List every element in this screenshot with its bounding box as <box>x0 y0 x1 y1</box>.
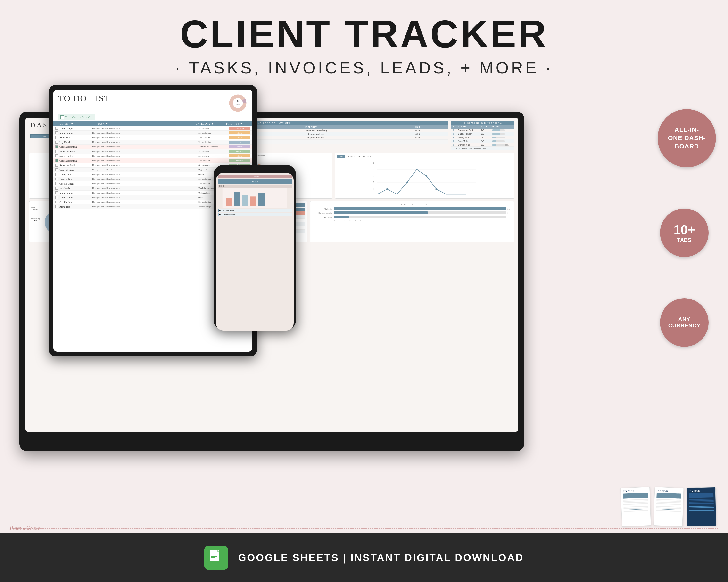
svg-rect-51 <box>250 196 257 206</box>
todo-checkbox[interactable] <box>55 205 58 208</box>
svg-point-26 <box>416 169 418 170</box>
todo-title: TO DO LIST <box>58 93 110 104</box>
col-priority-header[interactable]: PRIORITY ▼ <box>226 122 251 125</box>
col-client-header[interactable]: CLIENT ▼ <box>60 122 96 125</box>
service-bar-row: Organization 1 <box>312 216 512 219</box>
todo-checkbox[interactable] <box>55 196 58 199</box>
todo-checkbox[interactable] <box>55 132 58 134</box>
invoice-3: INVOICE <box>686 487 717 526</box>
todo-client: Marie Campbell <box>59 132 91 134</box>
service-bar-row: Marketing 11 <box>312 207 512 210</box>
phone-container: MONTH YEAR DONE ▶ 6/27 Joseph Harley ▶ 6… <box>213 165 296 330</box>
invoice-2: INVOICE <box>653 487 684 527</box>
list-item: Marie Campbell Here you can add the task… <box>53 126 252 131</box>
color-toggle-row[interactable]: Turn Colors On / Off <box>58 114 95 120</box>
svg-text:5: 5 <box>373 161 374 164</box>
todo-client: Derrick King <box>59 178 91 181</box>
svg-point-28 <box>435 188 437 190</box>
list-item: Joseph Harley Here you can add the task … <box>53 154 252 158</box>
onboarding-footer: TOTAL CLIENTS ONBOARDING: 7/19 <box>451 147 515 150</box>
todo-client: Samantha Smith <box>59 164 91 167</box>
todo-checkbox[interactable] <box>55 187 58 190</box>
todo-category: Pin creation <box>198 150 227 153</box>
todo-table-header: CLIENT ▼ TASK ▼ CATEGORY ▼ PRIORITY ▼ <box>53 121 252 126</box>
todo-task: Here you can add the task name <box>92 159 197 162</box>
todo-checkbox[interactable] <box>55 145 58 148</box>
todo-client: Alexa Tran <box>59 205 91 208</box>
todo-task: Here you can add the task name <box>92 141 197 143</box>
onboarding-section: ONBOARDING CLIENTS PROGR... # CLIENT DON… <box>451 121 515 150</box>
todo-checkbox[interactable] <box>55 136 58 139</box>
status-done-label: Done <box>31 206 40 208</box>
todo-task: Here you can add the task name <box>92 136 197 139</box>
todo-task: Here you can add the task name <box>92 127 197 130</box>
svg-point-42 <box>231 96 244 110</box>
tabs-number: 10+ <box>674 222 695 237</box>
todo-checkbox[interactable] <box>55 159 58 162</box>
todo-task: Here you can add the task name <box>92 201 197 203</box>
todo-checkbox[interactable] <box>55 191 58 194</box>
todo-category: Pin creation <box>198 127 227 130</box>
table-row: ⊞ Derrick King 1/3 33% <box>451 143 515 147</box>
bottom-border <box>10 528 718 529</box>
onboarding-title: ONBOARDING CLIENTS PROGR... <box>451 121 515 125</box>
phone-year: YEAR <box>218 179 292 184</box>
list-item: Carly Aldarentina Here you can add the t… <box>53 158 252 163</box>
todo-checkbox[interactable] <box>55 168 58 171</box>
currency-line2: CURRENCY <box>668 323 701 329</box>
todo-client: Marie Campbell <box>59 196 91 199</box>
todo-client: Carly Aldarentina <box>59 145 91 148</box>
svg-point-24 <box>386 188 388 190</box>
todo-client: Jack Metis <box>59 187 91 190</box>
google-sheets-icon <box>204 546 228 570</box>
main-title: CLIENT TRACKER <box>0 15 728 53</box>
currency-badge: ANY CURRENCY <box>660 298 709 347</box>
todo-task: Here you can add the task name <box>92 173 197 175</box>
todo-task: Here you can add the task name <box>92 150 197 153</box>
todo-task: Here you can add the task name <box>92 155 197 157</box>
main-subtitle: · TASKS, INVOICES, LEADS, + MORE · <box>0 58 728 77</box>
col-due: DUE <box>414 125 448 129</box>
color-toggle-label: Turn Colors On / Off <box>65 116 93 118</box>
svg-point-27 <box>426 175 427 177</box>
tabs-label: TABS <box>677 237 691 243</box>
todo-client: Marie Campbell <box>59 127 91 130</box>
todo-category: Pin publishing <box>198 141 227 143</box>
allinone-line2: ONE DASH- <box>668 134 706 142</box>
brand-watermark: Palm & Grace <box>10 525 40 531</box>
svg-text:32: 32 <box>237 100 239 102</box>
todo-task: Here you can add the task name <box>92 178 197 180</box>
status-onboarding-label: Onboarding <box>31 218 40 219</box>
todo-checkbox[interactable] <box>55 182 58 185</box>
todo-checkbox[interactable] <box>55 173 58 176</box>
todo-checkbox[interactable] <box>55 200 58 203</box>
col-task-header[interactable]: TASK ▼ <box>98 122 194 125</box>
todo-checkbox[interactable] <box>55 164 58 167</box>
svg-text:1: 1 <box>373 188 374 190</box>
todo-checkbox[interactable] <box>55 150 58 153</box>
todo-checkbox[interactable] <box>55 155 58 157</box>
todo-priority: High <box>229 155 251 157</box>
phone-body: MONTH YEAR DONE ▶ 6/27 Joseph Harley ▶ 6… <box>213 165 296 330</box>
svg-rect-61 <box>211 556 217 557</box>
phone-month-header: MONTH <box>218 175 292 178</box>
col-category-header[interactable]: CATEGORY ▼ <box>196 122 225 125</box>
color-toggle-checkbox[interactable] <box>60 115 64 119</box>
phone-chart <box>218 188 292 208</box>
todo-priority: High <box>229 132 251 134</box>
bottom-bar: GOOGLE SHEETS | INSTANT DIGITAL DOWNLOAD <box>0 533 728 582</box>
svg-text:2: 2 <box>373 181 374 184</box>
todo-checkbox[interactable] <box>55 127 58 130</box>
line-chart-svg: 5 4 3 2 1 <box>337 159 512 196</box>
todo-checkbox[interactable] <box>55 177 58 181</box>
todo-priority: Medium <box>229 150 251 153</box>
left-border <box>10 10 10 572</box>
phone-item-2: ▶ 6/28 Georgia Briggs <box>218 213 292 216</box>
todo-donut: 32 Other <box>228 93 248 113</box>
sheets-svg <box>209 549 224 566</box>
todo-priority: Very high <box>229 127 251 130</box>
invoice-papers: INVOICE INVOICE INVOICE <box>621 488 716 526</box>
todo-checkbox[interactable] <box>55 141 58 144</box>
svg-text:4: 4 <box>373 168 374 171</box>
phone-screen: MONTH YEAR DONE ▶ 6/27 Joseph Harley ▶ 6… <box>216 173 294 331</box>
